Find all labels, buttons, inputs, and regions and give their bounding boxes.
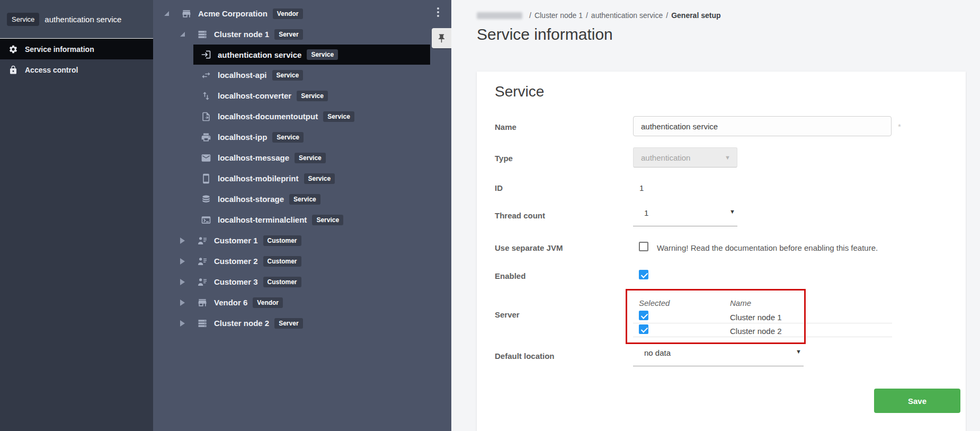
server-row-checkbox-cluster-node-2[interactable]: [639, 324, 648, 334]
database-icon: [201, 194, 211, 205]
table-row-divider: [633, 337, 892, 337]
breadcrumb-separator: /: [529, 11, 531, 20]
sidebar-item-label: Access control: [25, 66, 78, 74]
login-icon: [201, 49, 211, 60]
storefront-icon: [181, 8, 192, 19]
tree-node-label: Cluster node 2: [214, 319, 269, 328]
envelope-icon: [201, 153, 211, 163]
default-location-select[interactable]: no data ▼: [633, 348, 804, 366]
gear-icon: [8, 45, 18, 54]
collapsed-expander-icon[interactable]: [180, 258, 185, 265]
node-type-badge: Service: [312, 215, 343, 225]
tree-node-localhost-documentoutput[interactable]: localhost-documentoutputService: [153, 106, 451, 127]
breadcrumb-item-authentication-service[interactable]: authentication service: [591, 11, 663, 20]
server-label: Server: [495, 310, 520, 319]
collapsed-expander-icon[interactable]: [180, 300, 185, 306]
tree-node-localhost-terminalclient[interactable]: localhost-terminalclientService: [153, 209, 451, 230]
name-input[interactable]: [633, 116, 892, 136]
type-select: authentication ▼: [633, 147, 737, 168]
sidebar-item-access-control[interactable]: Access control: [0, 59, 153, 81]
save-button[interactable]: Save: [874, 389, 960, 413]
tree-node-cluster-node-1[interactable]: Cluster node 1Server: [153, 24, 451, 45]
breadcrumb-separator: /: [666, 11, 668, 20]
breadcrumb-redacted-segment: [477, 12, 522, 19]
thread-count-value: 1: [639, 208, 648, 217]
thread-count-select[interactable]: 1 ▼: [633, 208, 737, 226]
customer-icon: [197, 235, 208, 246]
smartphone-icon: [201, 173, 211, 184]
tree-node-label: localhost-terminalclient: [218, 215, 307, 224]
tree-node-label: Customer 1: [214, 236, 258, 245]
tree-node-customer-2[interactable]: Customer 2Customer: [153, 251, 451, 271]
server-row-checkbox-cluster-node-1[interactable]: [639, 311, 648, 320]
jvm-label: Use separate JVM: [495, 243, 563, 252]
collapsed-expander-icon[interactable]: [180, 320, 185, 327]
tree-node-localhost-message[interactable]: localhost-messageService: [153, 147, 451, 168]
service-card: Service Name * Type authentication ▼ ID …: [477, 72, 966, 431]
tree-node-vendor-6[interactable]: Vendor 6Vendor: [153, 292, 451, 313]
collapsed-expander-icon[interactable]: [180, 279, 185, 285]
tree-node-label: localhost-storage: [218, 195, 284, 204]
name-label: Name: [495, 122, 516, 131]
node-type-badge: Service: [307, 49, 338, 60]
swap-horizontal-icon: [201, 70, 211, 81]
left-sidebar: Service authentication service Service i…: [0, 0, 153, 431]
pin-icon: [436, 33, 447, 43]
tree-node-localhost-storage[interactable]: localhost-storageService: [153, 189, 451, 209]
node-type-badge: Server: [274, 318, 302, 329]
expanded-expander-icon[interactable]: [180, 32, 185, 37]
sidebar-header: Service authentication service: [0, 0, 153, 38]
chevron-down-icon: ▼: [729, 208, 735, 215]
tree-node-localhost-api[interactable]: localhost-apiService: [153, 65, 451, 85]
node-type-badge: Service: [272, 132, 304, 143]
server-icon: [197, 318, 208, 329]
tree-node-label: localhost-ipp: [218, 133, 267, 142]
terminal-icon: [201, 215, 211, 225]
kebab-menu-icon[interactable]: [434, 6, 442, 19]
jvm-warning-text: Warning! Read the documentation before e…: [657, 243, 878, 252]
page-title: Service information: [477, 25, 613, 43]
required-mark: *: [898, 122, 901, 131]
storefront-icon: [197, 297, 208, 308]
expanded-expander-icon[interactable]: [164, 11, 169, 16]
document-output-icon: [201, 111, 211, 122]
type-label: Type: [495, 154, 513, 163]
collapsed-expander-icon[interactable]: [180, 238, 185, 244]
enabled-checkbox[interactable]: [639, 270, 648, 279]
table-row-divider: [633, 323, 892, 323]
tree-node-label: Vendor 6: [214, 298, 247, 307]
tree-node-authentication-service[interactable]: authentication serviceService: [193, 45, 430, 65]
main-content: / Cluster node 1 / authentication servic…: [451, 0, 980, 431]
tree-node-customer-3[interactable]: Customer 3Customer: [153, 271, 451, 292]
chevron-down-icon: ▼: [725, 154, 730, 161]
tree-node-localhost-ipp[interactable]: localhost-ippService: [153, 127, 451, 147]
tree-node-label: authentication service: [218, 50, 301, 59]
tree-node-label: localhost-message: [218, 153, 289, 162]
lock-icon: [8, 65, 18, 75]
tree-node-acme-corporation[interactable]: Acme CorporationVendor: [153, 3, 451, 24]
jvm-checkbox[interactable]: [639, 242, 648, 251]
breadcrumb: / Cluster node 1 / authentication servic…: [477, 11, 721, 20]
node-type-badge: Customer: [263, 256, 301, 267]
id-label: ID: [495, 183, 503, 192]
tree-node-label: localhost-converter: [218, 91, 291, 100]
node-type-badge: Vendor: [273, 8, 303, 19]
tree-node-label: localhost-api: [218, 71, 267, 80]
node-type-badge: Vendor: [253, 297, 283, 308]
tree-node-localhost-converter[interactable]: localhost-converterService: [153, 85, 451, 106]
tree-node-localhost-mobileprint[interactable]: localhost-mobileprintService: [153, 168, 451, 189]
sidebar-item-service-information[interactable]: Service information: [0, 38, 153, 59]
node-type-badge: Server: [274, 29, 302, 40]
server-icon: [197, 29, 208, 40]
thread-count-label: Thread count: [495, 211, 545, 220]
node-type-badge: Service: [297, 91, 328, 101]
swap-vertical-icon: [201, 91, 211, 101]
tree-node-customer-1[interactable]: Customer 1Customer: [153, 230, 451, 251]
customer-icon: [197, 277, 208, 287]
tree-node-cluster-node-2[interactable]: Cluster node 2Server: [153, 313, 451, 333]
server-row-name: Cluster node 1: [730, 313, 782, 322]
breadcrumb-item-cluster-node-1[interactable]: Cluster node 1: [534, 11, 583, 20]
node-type-badge: Service: [323, 111, 354, 122]
customer-icon: [197, 256, 208, 267]
pin-button[interactable]: [432, 28, 451, 48]
